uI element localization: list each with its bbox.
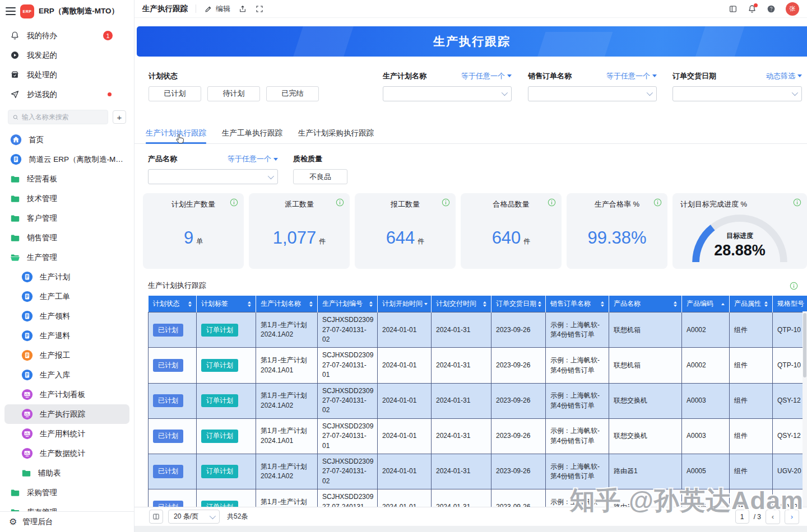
column-header-5[interactable]: 计划交付时间 <box>432 296 491 312</box>
quality-defective-button[interactable]: 不良品 <box>293 169 347 184</box>
sidebar-nav-item-4[interactable]: 客户管理 <box>4 208 129 228</box>
doc-blue-icon <box>21 369 33 381</box>
scrollbar-thumb[interactable] <box>803 313 806 377</box>
info-icon[interactable] <box>548 198 556 207</box>
info-icon[interactable] <box>442 198 450 207</box>
sidebar-nav-item-13[interactable]: 生产计划看板 <box>4 385 129 404</box>
sidebar-nav-item-11[interactable]: 生产报工 <box>4 346 129 365</box>
sidebar-quick-item-3[interactable]: 抄送我的 <box>4 85 129 104</box>
edit-button[interactable]: 编辑 <box>204 4 230 14</box>
search-box[interactable] <box>8 110 108 124</box>
product-name-operator-link[interactable]: 等于任意一个 <box>228 154 278 164</box>
table-row-5[interactable]: 已计划订单计划第1月-生产计划2024.1A01SCJHXSDD2309 27-… <box>149 489 807 507</box>
table-cell: 2023-09-26 <box>491 418 546 454</box>
avatar[interactable]: 张 <box>786 2 799 16</box>
search-input[interactable] <box>22 113 104 121</box>
table-cell: 第1月-生产计划2024.1A01 <box>256 418 318 454</box>
column-header-7[interactable]: 销售订单名称 <box>546 296 609 312</box>
status-option-1[interactable]: 待计划 <box>207 86 260 101</box>
sidebar-nav-item-6[interactable]: 生产管理 <box>4 248 129 267</box>
plan-name-operator-link[interactable]: 等于任意一个 <box>461 71 512 81</box>
table-row-2[interactable]: 已计划订单计划第1月-生产计划2024.1A02SCJHXSDD2309 27-… <box>149 383 807 418</box>
page-size-select[interactable]: 20 条/页 <box>168 510 220 524</box>
notifications-button[interactable] <box>748 4 757 13</box>
column-header-4[interactable]: 计划开始时间 <box>378 296 432 312</box>
column-header-6[interactable]: 订单交货日期 <box>491 296 546 312</box>
doc-orange-icon <box>21 349 33 361</box>
info-icon[interactable] <box>230 198 238 207</box>
sidebar-nav-item-17[interactable]: 辅助表 <box>4 463 129 483</box>
share-button[interactable] <box>238 4 247 13</box>
total-count: 共52条 <box>227 512 248 521</box>
column-header-10[interactable]: 产品属性 <box>730 296 773 312</box>
sidebar-quick-item-1[interactable]: 我发起的 <box>4 45 129 65</box>
hamburger-icon[interactable] <box>6 7 16 15</box>
nav-item-label: 辅助表 <box>38 468 61 478</box>
column-header-3[interactable]: 生产计划编号 <box>318 296 378 312</box>
sidebar-nav-item-2[interactable]: 经营看板 <box>4 169 129 189</box>
column-header-8[interactable]: 产品名称 <box>609 296 682 312</box>
prev-page-button[interactable]: ‹ <box>766 510 780 524</box>
sidebar-quick-item-0[interactable]: 我的待办1 <box>4 26 129 45</box>
play-icon <box>10 50 20 60</box>
product-name-select[interactable] <box>148 169 278 184</box>
tab-1[interactable]: 生产工单执行跟踪 <box>222 124 282 144</box>
sidebar-nav-item-0[interactable]: 首页 <box>4 130 129 150</box>
status-option-2[interactable]: 已完结 <box>266 86 319 101</box>
table-cell: 示例：上海帆软-第4份销售订单 <box>546 312 609 348</box>
table-row-1[interactable]: 已计划订单计划第1月-生产计划2024.1A01SCJHXSDD2309 27-… <box>149 348 807 383</box>
admin-console-item[interactable]: ⚙ 管理后台 <box>0 511 134 532</box>
table-cell: 2023-09-26 <box>491 454 546 489</box>
table-row-0[interactable]: 已计划订单计划第1月-生产计划2024.1A02SCJHXSDD2309 27-… <box>149 312 807 348</box>
table-row-3[interactable]: 已计划订单计划第1月-生产计划2024.1A01SCJHXSDD2309 27-… <box>149 418 807 454</box>
folder-icon <box>10 488 20 498</box>
sidebar-nav-item-12[interactable]: 生产入库 <box>4 365 129 385</box>
main-area: 生产执行跟踪 编辑 张 生产 <box>134 0 807 532</box>
column-header-1[interactable]: 计划标签 <box>197 296 256 312</box>
sidebar-nav-item-19[interactable]: 库存管理 <box>4 502 129 511</box>
next-page-button[interactable]: › <box>785 510 799 524</box>
delivery-date-select[interactable] <box>672 86 802 101</box>
help-button[interactable] <box>767 4 776 13</box>
cursor-hand-icon <box>174 133 185 145</box>
sidebar-nav-item-1[interactable]: 简道云 ERP（离散制造-MTO）… <box>4 150 129 169</box>
sidebar-nav-item-10[interactable]: 生产退料 <box>4 326 129 346</box>
add-button[interactable]: + <box>113 110 126 124</box>
column-header-9[interactable]: 产品编码 <box>682 296 730 312</box>
sidebar-nav-item-9[interactable]: 生产领料 <box>4 306 129 326</box>
column-header-0[interactable]: 计划状态 <box>149 296 197 312</box>
column-header-2[interactable]: 生产计划名称 <box>256 296 318 312</box>
sidebar-nav-item-3[interactable]: 技术管理 <box>4 189 129 208</box>
info-icon[interactable] <box>793 198 801 207</box>
info-icon[interactable] <box>336 198 344 207</box>
search-row: + <box>0 104 134 128</box>
sidebar-nav-item-7[interactable]: 生产计划 <box>4 267 129 287</box>
panel-toggle-button[interactable] <box>729 4 738 13</box>
plan-name-select[interactable] <box>383 86 512 101</box>
sales-order-operator-link[interactable]: 等于任意一个 <box>606 71 657 81</box>
kpi-card-progress: 计划目标完成进度 % 目标进度 28.88% <box>672 193 807 269</box>
nav-item-label: 客户管理 <box>27 213 57 223</box>
banner-title: 生产执行跟踪 <box>433 34 511 49</box>
page-input[interactable]: 1 <box>735 510 749 524</box>
info-icon[interactable] <box>790 282 798 290</box>
sidebar-nav-item-15[interactable]: 生产用料统计 <box>4 424 129 444</box>
table-row-4[interactable]: 已计划订单计划第1月-生产计划2024.1A02SCJHXSDD2309 27-… <box>149 454 807 489</box>
sidebar-nav-item-8[interactable]: 生产工单 <box>4 287 129 306</box>
sidebar-nav-item-18[interactable]: 采购管理 <box>4 483 129 502</box>
nav-item-label: 生产退料 <box>40 331 70 341</box>
sidebar-nav-item-5[interactable]: 销售管理 <box>4 228 129 248</box>
sales-order-select[interactable] <box>528 86 657 101</box>
info-icon[interactable] <box>653 198 662 207</box>
column-settings-button[interactable] <box>149 510 163 524</box>
app-logo[interactable]: ERP <box>20 4 34 18</box>
sidebar-quick-item-2[interactable]: 我处理的 <box>4 65 129 85</box>
tag-badge: 订单计划 <box>201 359 238 372</box>
tab-2[interactable]: 生产计划采购执行跟踪 <box>298 124 374 144</box>
sidebar-nav-item-14[interactable]: 生产执行跟踪 <box>4 404 129 424</box>
delivery-date-operator-link[interactable]: 动态筛选 <box>766 71 802 81</box>
fullscreen-button[interactable] <box>255 4 264 13</box>
status-option-0[interactable]: 已计划 <box>149 86 201 101</box>
column-header-11[interactable]: 规格型号 <box>773 296 807 312</box>
sidebar-nav-item-16[interactable]: 生产数据统计 <box>4 444 129 463</box>
